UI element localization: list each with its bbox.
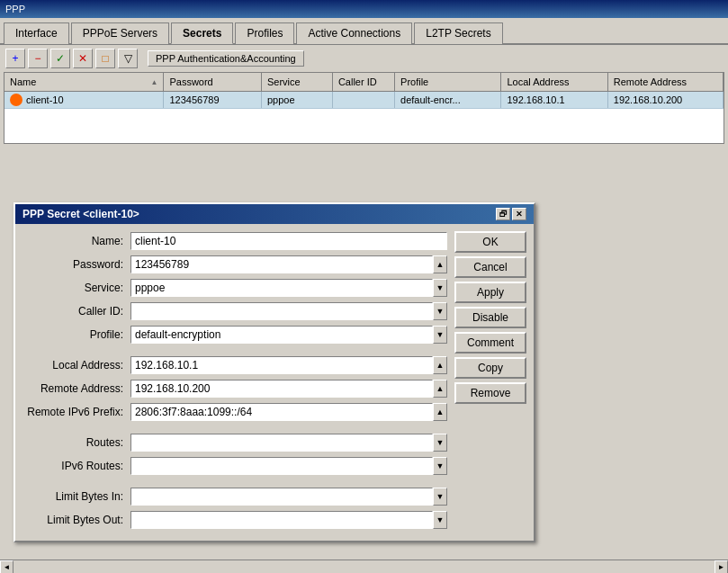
- profile-input[interactable]: [130, 326, 433, 344]
- password-arrow-button[interactable]: ▲: [433, 255, 447, 273]
- cell-remoteaddr: 192.168.10.200: [608, 92, 724, 108]
- localaddr-field-group: ▲: [130, 356, 447, 374]
- limitbytesin-row: Limit Bytes In: ▼: [22, 487, 447, 506]
- tab-l2tp-secrets[interactable]: L2TP Secrets: [414, 22, 502, 44]
- localaddr-input[interactable]: [130, 356, 433, 374]
- remove-button[interactable]: Remove: [454, 382, 526, 404]
- remoteipv6-arrow-button[interactable]: ▲: [433, 403, 447, 421]
- password-field-group: ▲: [130, 255, 447, 273]
- col-header-localaddr: Local Address: [501, 73, 607, 91]
- dialog-title-bar: PPP Secret <client-10> 🗗 ✕: [15, 204, 534, 224]
- ipv6routes-dropdown-button[interactable]: ▼: [433, 457, 447, 475]
- sort-arrow-name: ▲: [151, 78, 158, 86]
- col-header-profile: Profile: [395, 73, 501, 91]
- table-row[interactable]: client-10 123456789 pppoe default-encr..…: [4, 92, 724, 109]
- ipv6routes-input[interactable]: [130, 457, 433, 475]
- filter-button[interactable]: ▽: [118, 49, 138, 68]
- check-button[interactable]: ✓: [50, 49, 70, 68]
- tab-interface[interactable]: Interface: [4, 22, 69, 44]
- profile-dropdown-button[interactable]: ▼: [433, 326, 447, 344]
- comment-button[interactable]: Comment: [454, 332, 526, 354]
- apply-button[interactable]: Apply: [454, 282, 526, 303]
- localaddr-row: Local Address: ▲: [22, 355, 447, 375]
- ipv6routes-row: IPv6 Routes: ▼: [22, 456, 447, 476]
- callerid-dropdown-button[interactable]: ▼: [433, 302, 447, 320]
- tab-active-connections[interactable]: Active Connections: [296, 22, 412, 44]
- bottom-scrollbar: ◄ ►: [0, 560, 728, 573]
- dialog-body: Name: Password: ▲ Service: ▼: [15, 224, 534, 541]
- limitbytesout-dropdown-button[interactable]: ▼: [433, 511, 447, 529]
- scroll-track: [13, 560, 715, 573]
- name-label: Name:: [22, 235, 130, 247]
- service-input[interactable]: [130, 279, 433, 297]
- profile-label: Profile:: [22, 328, 130, 341]
- table-header: Name ▲ Password Service Caller ID Profil…: [4, 73, 724, 92]
- dialog-form: Name: Password: ▲ Service: ▼: [22, 231, 447, 533]
- password-row: Password: ▲: [22, 255, 447, 274]
- dialog-close-button[interactable]: ✕: [512, 208, 526, 220]
- x-button[interactable]: ✕: [73, 49, 93, 68]
- callerid-input[interactable]: [130, 302, 433, 320]
- remove-button[interactable]: −: [28, 49, 48, 68]
- tab-profiles[interactable]: Profiles: [235, 22, 294, 44]
- localaddr-label: Local Address:: [22, 359, 130, 372]
- secrets-table: Name ▲ Password Service Caller ID Profil…: [4, 72, 724, 144]
- dialog-title-buttons: 🗗 ✕: [496, 208, 526, 220]
- scroll-right-button[interactable]: ►: [715, 560, 728, 574]
- cell-password: 123456789: [164, 92, 262, 108]
- limitbytesin-dropdown-button[interactable]: ▼: [433, 488, 447, 506]
- limitbytesout-input[interactable]: [130, 511, 433, 529]
- cell-localaddr: 192.168.10.1: [501, 92, 607, 108]
- copy-button[interactable]: Copy: [454, 357, 526, 379]
- col-header-password: Password: [164, 73, 262, 91]
- service-dropdown-button[interactable]: ▼: [433, 279, 447, 297]
- ok-button[interactable]: OK: [454, 231, 526, 253]
- title-label: PPP: [5, 4, 25, 14]
- tab-secrets[interactable]: Secrets: [171, 22, 233, 44]
- copy-toolbar-button[interactable]: □: [95, 49, 115, 68]
- cancel-button[interactable]: Cancel: [454, 256, 526, 278]
- name-input[interactable]: [130, 232, 447, 250]
- col-header-name: Name ▲: [4, 73, 164, 91]
- dialog-restore-button[interactable]: 🗗: [496, 208, 510, 220]
- limitbytesin-field-group: ▼: [130, 488, 447, 506]
- service-label: Service:: [22, 282, 130, 294]
- routes-dropdown-button[interactable]: ▼: [433, 434, 447, 452]
- service-field-group: ▼: [130, 279, 447, 297]
- remoteaddr-label: Remote Address:: [22, 382, 130, 395]
- localaddr-arrow-button[interactable]: ▲: [433, 356, 447, 374]
- cell-name: client-10: [4, 92, 164, 108]
- remoteipv6-label: Remote IPv6 Prefix:: [22, 406, 130, 418]
- routes-input[interactable]: [130, 434, 433, 452]
- col-header-callerid: Caller ID: [333, 73, 395, 91]
- name-row: Name:: [22, 231, 447, 251]
- tab-bar: Interface PPPoE Servers Secrets Profiles…: [0, 18, 728, 45]
- callerid-label: Caller ID:: [22, 305, 130, 318]
- remoteipv6-input[interactable]: [130, 403, 433, 421]
- ipv6routes-label: IPv6 Routes:: [22, 460, 130, 472]
- limitbytesin-input[interactable]: [130, 488, 433, 506]
- cell-profile: default-encr...: [395, 92, 501, 108]
- tab-pppoe-servers[interactable]: PPPoE Servers: [71, 22, 169, 44]
- remoteaddr-arrow-button[interactable]: ▲: [433, 380, 447, 398]
- remoteaddr-field-group: ▲: [130, 380, 447, 398]
- toolbar: + − ✓ ✕ □ ▽ PPP Authentication&Accountin…: [0, 45, 728, 72]
- scroll-left-button[interactable]: ◄: [0, 560, 13, 574]
- routes-field-group: ▼: [130, 434, 447, 452]
- remoteipv6-field-group: ▲: [130, 403, 447, 421]
- main-window: PPP Interface PPPoE Servers Secrets Prof…: [0, 0, 728, 573]
- add-button[interactable]: +: [5, 49, 25, 68]
- col-header-service: Service: [262, 73, 333, 91]
- disable-button[interactable]: Disable: [454, 307, 526, 328]
- row-icon: [10, 94, 22, 106]
- cell-callerid: [333, 92, 395, 108]
- profile-field-group: ▼: [130, 326, 447, 344]
- auth-button[interactable]: PPP Authentication&Accounting: [148, 50, 304, 67]
- cell-service: pppoe: [262, 92, 333, 108]
- password-input[interactable]: [130, 255, 433, 273]
- service-row: Service: ▼: [22, 278, 447, 298]
- routes-label: Routes:: [22, 436, 130, 449]
- remoteaddr-row: Remote Address: ▲: [22, 379, 447, 398]
- remoteaddr-input[interactable]: [130, 380, 433, 398]
- profile-row: Profile: ▼: [22, 325, 447, 345]
